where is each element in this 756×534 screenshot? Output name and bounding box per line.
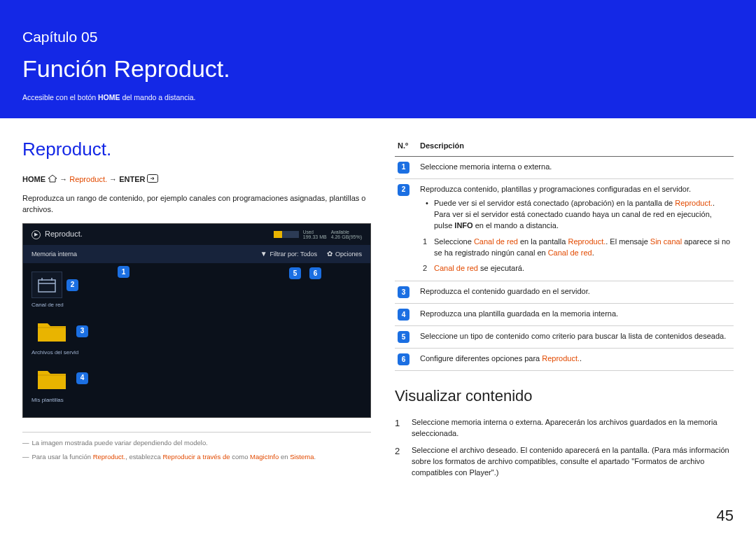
r2-s2-n: 2 (423, 263, 427, 274)
fn2-end: . (314, 453, 316, 461)
fn2-mid: , establezca (125, 453, 162, 461)
step-2-text: Seleccione el archivo deseado. El conten… (412, 445, 734, 479)
r2-s1-r1: Canal de red (474, 237, 518, 246)
row-marker-5: 5 (398, 331, 410, 343)
footnote-1: ―La imagen mostrada puede variar dependi… (22, 438, 371, 448)
fn2-mid3: en (279, 453, 290, 461)
row-desc-5: Seleccione un tipo de contenido como cri… (417, 326, 734, 349)
view-content-steps: 1Seleccione memoria interna o externa. A… (395, 414, 734, 482)
hero-subtitle: Accesible con el botón HOME del mando a … (22, 92, 734, 103)
r6-r: Reproduct. (542, 354, 580, 363)
row-memory-label: Memoria interna (31, 250, 77, 259)
avail-value: 4.26 GB(95%) (331, 234, 362, 240)
page-number: 45 (717, 505, 734, 527)
chapter-label: Capítulo 05 (22, 27, 734, 48)
fn2-r2: Reproducir a través de (162, 453, 230, 461)
step-2-num: 2 (395, 445, 405, 479)
row-desc-1: Seleccione memoria interna o externa. (417, 156, 734, 178)
filter-label: Filtrar por: Todos (270, 250, 317, 259)
th-no: N.º (395, 136, 417, 156)
player-screenshot: ▶ Reproduct. Used199.33 MB Available4.26… (22, 223, 371, 418)
r2-s1-r3: Sin canal (650, 237, 682, 246)
r2-b1-end: en el mando a distancia. (473, 221, 559, 230)
storage-meters: Used199.33 MB Available4.26 GB(95%) (274, 230, 362, 240)
options-label: Opciones (335, 250, 362, 259)
breadcrumb: HOME → Reproduct. → ENTER (22, 174, 371, 186)
r2-s1-n: 1 (423, 237, 427, 248)
r2-s1-r4: Canal de red (548, 248, 592, 257)
step-1: 1Seleccione memoria interna o externa. A… (395, 414, 734, 442)
footnote-rule (22, 432, 371, 433)
footnote-2: ―Para usar la función Reproduct., establ… (22, 452, 371, 462)
options-control: ✿ Opciones (327, 249, 362, 260)
fn2-r4: Sistema (290, 453, 314, 461)
gear-icon: ✿ (327, 249, 332, 260)
section-title-reproduct: Reproduct. (22, 136, 371, 163)
tile-server-files (31, 316, 72, 346)
r2-s1-r2: Reproduct. (568, 237, 606, 246)
r6-pre: Configure diferentes opciones para (420, 354, 542, 363)
play-icon: ▶ (31, 230, 41, 239)
used-value: 199.33 MB (303, 234, 327, 240)
r2-step-1: 1 Seleccione Canal de red en la pantalla… (420, 234, 731, 261)
shot-title: Reproduct. (45, 229, 83, 240)
fn2-mid2: como (230, 453, 251, 461)
th-desc: Descripción (417, 136, 734, 156)
heading-view-content: Visualizar contenido (395, 385, 734, 407)
svg-rect-1 (274, 231, 282, 238)
row-marker-4: 4 (398, 309, 410, 321)
tile-network-channel (31, 272, 62, 298)
r2-b1-r: Reproduct. (675, 199, 713, 207)
r2-s2-r: Canal de red (434, 264, 478, 272)
row-marker-1: 1 (398, 162, 410, 174)
row-desc-2: Reproduzca contenido, plantillas y progr… (417, 178, 734, 281)
hero-sub-pre: Accesible con el botón (22, 93, 98, 101)
row-desc-3: Reproduzca el contenido guardado en el s… (417, 281, 734, 304)
breadcrumb-enter: ENTER (119, 175, 145, 183)
funnel-icon: ▼ (260, 249, 267, 260)
step-1-num: 1 (395, 417, 405, 440)
row-marker-2: 2 (398, 184, 410, 196)
enter-icon (147, 176, 158, 184)
r2-s1-pre: Seleccione (434, 237, 474, 246)
callout-3: 3 (76, 325, 88, 337)
r2-b1-bold: INFO (454, 221, 472, 230)
row-marker-3: 3 (398, 286, 410, 298)
avail-label: Available (331, 230, 349, 234)
footnote-1-text: La imagen mostrada puede variar dependie… (32, 439, 208, 447)
fn2-pre: Para usar la función (32, 453, 93, 461)
row-marker-6: 6 (398, 353, 410, 365)
used-label: Used (303, 230, 314, 234)
intro-paragraph: Reproduzca un rango de contenido, por ej… (22, 193, 371, 216)
step-2: 2Seleccione el archivo deseado. El conte… (395, 442, 734, 482)
breadcrumb-home: HOME (22, 175, 46, 183)
tile-label-3: Archivos del servid (31, 349, 362, 357)
fn2-r3: MagicInfo (250, 453, 279, 461)
tile-label-2: Canal de red (31, 301, 362, 309)
hero-sub-bold: HOME (98, 93, 120, 101)
r2-b1-pre: Puede ver si el servidor está conectado … (434, 199, 675, 207)
hero-banner: Capítulo 05 Función Reproduct. Accesible… (0, 0, 756, 118)
r2-step-2: 2 Canal de red se ejecutará. (420, 261, 731, 276)
callout-4: 4 (76, 372, 88, 384)
row-desc-6: Configure diferentes opciones para Repro… (417, 349, 734, 371)
callout-2: 2 (66, 279, 78, 291)
r6-end: . (580, 354, 582, 363)
row-desc-4: Reproduzca una plantilla guardada en la … (417, 304, 734, 326)
r2-text: Reproduzca contenido, plantillas y progr… (420, 184, 731, 195)
r2-s2-post: se ejecutará. (478, 264, 524, 272)
fn2-r1: Reproduct. (93, 453, 125, 461)
r2-s1-mid2: . El mensaje (606, 237, 650, 246)
page-title: Función Reproduct. (22, 52, 734, 86)
description-table: N.º Descripción 1 Seleccione memoria int… (395, 136, 734, 372)
hero-sub-post: del mando a distancia. (120, 93, 195, 101)
r2-bullet: Puede ver si el servidor está conectado … (420, 195, 731, 234)
breadcrumb-reproduct: Reproduct. (69, 175, 107, 183)
step-1-text: Seleccione memoria interna o externa. Ap… (412, 417, 734, 440)
r2-s1-mid: en la pantalla (518, 237, 568, 246)
svg-rect-3 (38, 280, 55, 292)
tile-my-templates (31, 364, 72, 393)
tile-label-4: Mis plantillas (31, 396, 362, 405)
svg-rect-2 (282, 231, 299, 238)
r2-s1-end: . (592, 248, 594, 257)
